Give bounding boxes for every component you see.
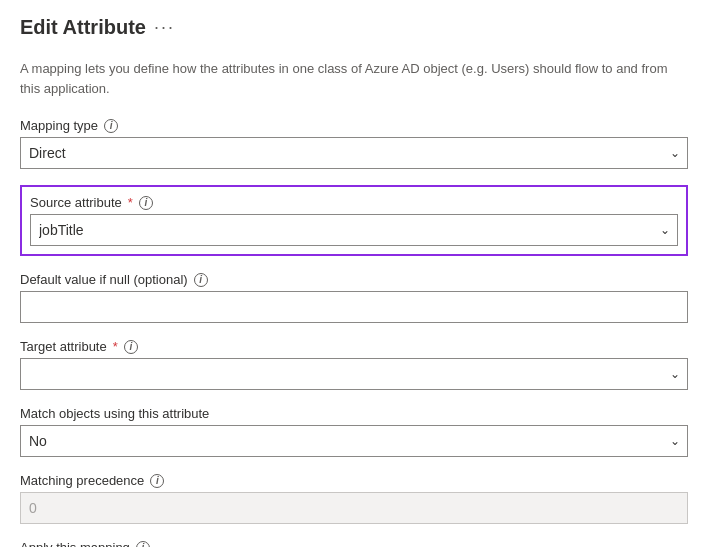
default-value-info-icon[interactable]: i — [194, 273, 208, 287]
page-title: Edit Attribute — [20, 16, 146, 39]
source-attribute-label: Source attribute * i — [30, 195, 678, 210]
target-attribute-info-icon[interactable]: i — [124, 340, 138, 354]
source-attribute-select-wrapper: jobTitle displayName mail userPrincipalN… — [30, 214, 678, 246]
matching-precedence-info-icon[interactable]: i — [150, 474, 164, 488]
page-description: A mapping lets you define how the attrib… — [20, 59, 688, 98]
apply-mapping-label: Apply this mapping i — [20, 540, 688, 547]
match-objects-label: Match objects using this attribute — [20, 406, 688, 421]
match-objects-select[interactable]: No Yes — [20, 425, 688, 457]
default-value-label: Default value if null (optional) i — [20, 272, 688, 287]
match-objects-select-wrapper: No Yes ⌄ — [20, 425, 688, 457]
mapping-type-info-icon[interactable]: i — [104, 119, 118, 133]
source-attribute-select[interactable]: jobTitle displayName mail userPrincipalN… — [30, 214, 678, 246]
target-attribute-label: Target attribute * i — [20, 339, 688, 354]
mapping-type-select-wrapper: Direct Expression Constant ⌄ — [20, 137, 688, 169]
default-value-group: Default value if null (optional) i — [20, 272, 688, 323]
mapping-type-select[interactable]: Direct Expression Constant — [20, 137, 688, 169]
target-attribute-select[interactable] — [20, 358, 688, 390]
source-attribute-group: Source attribute * i jobTitle displayNam… — [20, 185, 688, 256]
apply-mapping-group: Apply this mapping i Always Only during … — [20, 540, 688, 547]
mapping-type-label: Mapping type i — [20, 118, 688, 133]
match-objects-group: Match objects using this attribute No Ye… — [20, 406, 688, 457]
source-attribute-required: * — [128, 195, 133, 210]
more-options-button[interactable]: ··· — [154, 17, 175, 38]
default-value-input[interactable] — [20, 291, 688, 323]
matching-precedence-group: Matching precedence i — [20, 473, 688, 524]
source-attribute-info-icon[interactable]: i — [139, 196, 153, 210]
matching-precedence-label: Matching precedence i — [20, 473, 688, 488]
page-header: Edit Attribute ··· — [20, 16, 688, 39]
target-attribute-group: Target attribute * i ⌄ — [20, 339, 688, 390]
mapping-type-group: Mapping type i Direct Expression Constan… — [20, 118, 688, 169]
matching-precedence-input — [20, 492, 688, 524]
target-attribute-required: * — [113, 339, 118, 354]
apply-mapping-info-icon[interactable]: i — [136, 541, 150, 548]
target-attribute-select-wrapper: ⌄ — [20, 358, 688, 390]
